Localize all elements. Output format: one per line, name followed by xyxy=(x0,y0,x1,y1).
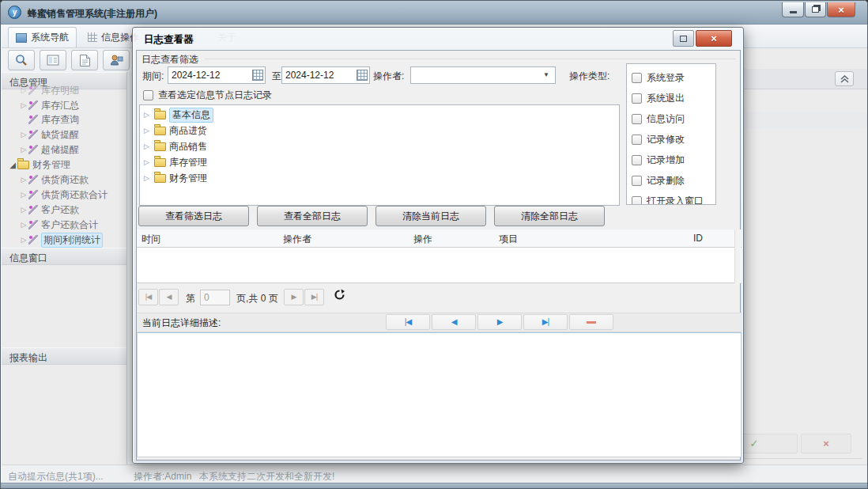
close-icon: × xyxy=(711,32,717,44)
chevron-right-icon[interactable]: ▷ xyxy=(19,86,28,94)
tree-item-sales[interactable]: ▷ 商品销售 xyxy=(140,138,619,154)
sidebar-item-shortage-alert[interactable]: ▷ 缺货提醒 xyxy=(19,127,79,142)
checkbox-icon[interactable] xyxy=(632,155,642,165)
checkbox-icon[interactable] xyxy=(632,73,642,83)
chevron-right-icon[interactable]: ▷ xyxy=(144,127,154,135)
op-type-item[interactable]: 系统退出 xyxy=(632,88,715,108)
tree-item-finance[interactable]: ▷ 财务管理 xyxy=(140,170,619,186)
chevron-right-icon[interactable]: ▷ xyxy=(19,221,28,229)
view-all-logs-button[interactable]: 查看全部日志 xyxy=(257,206,368,226)
prev-page-button[interactable]: ◀ xyxy=(159,289,179,305)
minimize-button[interactable] xyxy=(782,2,804,17)
chevron-right-icon[interactable]: ▷ xyxy=(144,174,154,182)
operation-type-list[interactable]: 系统登录 系统退出 信息访问 记录修改 记录增加 记录删除 打开录入窗口 关闭录… xyxy=(626,63,716,205)
chevron-right-icon[interactable]: ▷ xyxy=(19,191,28,199)
chevron-expanded-icon[interactable]: ◢ xyxy=(8,161,17,169)
sidebar-item-supplier-repayment-total[interactable]: ▷ 供货商还款合计 xyxy=(19,188,108,202)
page-number-input[interactable] xyxy=(200,290,230,305)
chevron-right-icon[interactable]: ▷ xyxy=(19,206,28,214)
checkbox-icon[interactable] xyxy=(632,135,642,145)
chevron-right-icon[interactable]: ▷ xyxy=(144,111,154,119)
tree-item-basic-info[interactable]: ▷ 基本信息 xyxy=(140,107,619,123)
col-item[interactable]: 项目 xyxy=(499,233,518,246)
chevron-right-icon[interactable]: ▷ xyxy=(19,236,28,244)
sidebar-section-report-output[interactable]: 报表输出 xyxy=(2,347,126,365)
sidebar-item-customer-repayment-total[interactable]: ▷ 客户还款合计 xyxy=(19,218,98,232)
chevron-right-icon[interactable]: ▷ xyxy=(144,142,154,150)
dialog-maximize-button[interactable] xyxy=(673,30,694,47)
sidebar-item-inventory-summary[interactable]: ▷ 库存汇总 xyxy=(19,98,79,112)
sidebar-item-supplier-repayment[interactable]: ▷ 供货商还款 xyxy=(19,172,89,187)
sidebar-item-label: 库存明细 xyxy=(41,84,79,97)
col-operation[interactable]: 操作 xyxy=(413,233,432,246)
chevron-down-icon[interactable]: ▼ xyxy=(543,71,549,78)
checkbox-icon[interactable] xyxy=(632,176,642,186)
op-type-item[interactable]: 记录删除 xyxy=(632,170,715,191)
operator-combobox[interactable] xyxy=(410,66,556,84)
op-type-item[interactable]: 记录修改 xyxy=(632,129,715,150)
op-type-item[interactable]: 打开录入窗口 xyxy=(632,191,715,205)
chevron-right-icon[interactable]: ▷ xyxy=(19,176,28,184)
tab-system-nav[interactable]: 系统导航 xyxy=(8,27,77,47)
next-page-button[interactable]: ▶ xyxy=(284,289,304,305)
record-last-button[interactable]: ▶| xyxy=(523,314,568,330)
col-id[interactable]: ID xyxy=(693,233,703,244)
info-node-tree[interactable]: ▷ 基本信息 ▷ 商品进货 ▷ 商品销售 ▷ 库存管理 xyxy=(139,104,620,206)
log-table-body[interactable] xyxy=(137,248,742,283)
col-operator[interactable]: 操作者 xyxy=(283,233,311,246)
tree-item-label: 商品进货 xyxy=(169,124,207,138)
chevron-right-icon[interactable]: ▷ xyxy=(144,158,154,166)
sidebar-item-overstock-alert[interactable]: ▷ 超储提醒 xyxy=(19,142,79,157)
checkbox-icon[interactable] xyxy=(143,90,153,100)
titlebar[interactable]: y 蜂蜜销售管理系统(非注册用户) × xyxy=(1,1,868,25)
close-button[interactable]: × xyxy=(827,2,855,17)
collapse-panel-button[interactable] xyxy=(835,71,854,86)
sidebar-item-customer-repayment[interactable]: ▷ 客户还款 xyxy=(19,203,79,217)
tree-item-purchase[interactable]: ▷ 商品进货 xyxy=(140,123,619,138)
refresh-button[interactable] xyxy=(330,289,349,305)
window-title: 蜂蜜销售管理系统(非注册用户) xyxy=(28,7,157,21)
checkbox-icon[interactable] xyxy=(632,196,642,206)
sidebar-item-inventory-query[interactable]: 库存查询 xyxy=(28,112,79,127)
node-filter-checkbox-row[interactable]: 查看选定信息节点日志记录 xyxy=(143,89,272,102)
tree-item-label: 财务管理 xyxy=(169,172,207,185)
clear-all-logs-button[interactable]: 清除全部日志 xyxy=(494,206,605,226)
record-delete-button[interactable] xyxy=(569,314,613,330)
checkbox-icon[interactable] xyxy=(632,114,642,124)
cancel-button[interactable]: × xyxy=(801,434,851,453)
first-page-button[interactable]: |◀ xyxy=(138,289,158,305)
view-filtered-logs-button[interactable]: 查看筛选日志 xyxy=(138,206,249,226)
restore-button[interactable] xyxy=(805,2,826,17)
calendar-icon[interactable] xyxy=(252,70,263,81)
clear-current-logs-button[interactable]: 清除当前日志 xyxy=(376,206,486,226)
col-time[interactable]: 时间 xyxy=(142,233,160,246)
user-button[interactable] xyxy=(103,50,130,70)
log-detail-textarea[interactable] xyxy=(137,332,742,457)
sidebar-section-info-window[interactable]: 信息窗口 xyxy=(2,248,126,265)
calendar-icon[interactable] xyxy=(357,70,368,81)
document-button[interactable] xyxy=(71,50,98,70)
sidebar-item-period-profit-stats[interactable]: ▷ 期间利润统计 xyxy=(19,233,103,247)
sidebar-item-inventory-detail[interactable]: ▷ 库存明细 xyxy=(19,83,79,97)
chevron-right-icon[interactable]: ▷ xyxy=(19,101,28,109)
dialog-close-button[interactable]: × xyxy=(696,30,732,47)
chevron-right-icon[interactable]: ▷ xyxy=(19,146,28,154)
form-view-button[interactable] xyxy=(40,50,66,70)
tree-item-label: 商品销售 xyxy=(169,140,207,154)
operator-label: 操作者: xyxy=(373,70,404,83)
record-first-button[interactable]: |◀ xyxy=(386,314,430,330)
tree-item-inventory[interactable]: ▷ 库存管理 xyxy=(140,154,619,170)
op-type-item[interactable]: 记录增加 xyxy=(632,150,715,170)
tool-icon xyxy=(28,205,38,214)
date-from-input[interactable] xyxy=(168,66,266,84)
record-prev-button[interactable]: ◀ xyxy=(432,314,476,330)
op-type-item[interactable]: 系统登录 xyxy=(632,67,715,88)
record-next-button[interactable]: ▶ xyxy=(477,314,522,330)
sidebar-item-finance-management[interactable]: ◢ 财务管理 xyxy=(8,157,70,172)
op-type-item[interactable]: 信息访问 xyxy=(632,108,715,129)
table-scrollbar[interactable] xyxy=(734,229,741,283)
last-page-button[interactable]: ▶| xyxy=(304,289,324,305)
chevron-right-icon[interactable]: ▷ xyxy=(19,131,28,138)
checkbox-icon[interactable] xyxy=(632,93,642,104)
search-button[interactable] xyxy=(8,50,35,70)
